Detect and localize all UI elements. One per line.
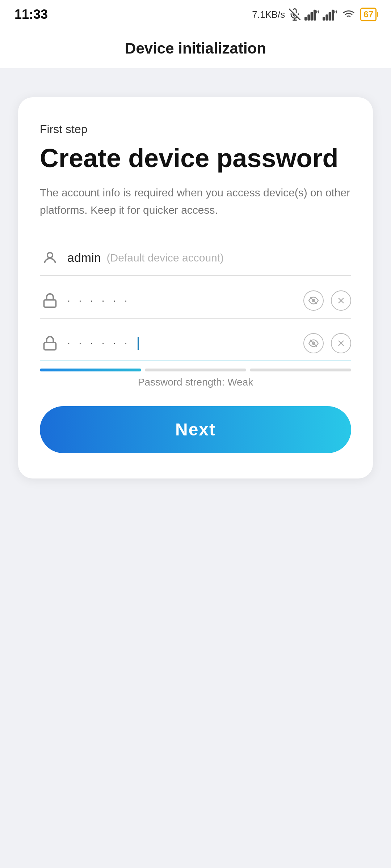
username-value: admin	[67, 251, 101, 265]
confirm-password-toggle-visibility[interactable]	[303, 333, 324, 353]
password-field[interactable]: · · · · · ·	[40, 283, 351, 319]
password-toggle-visibility[interactable]	[303, 290, 324, 311]
svg-rect-6	[314, 10, 316, 21]
text-cursor	[138, 337, 139, 350]
strength-segment-2	[145, 369, 246, 371]
username-placeholder: (Default device account)	[107, 252, 224, 264]
status-bar: 11:33 7.1KB/s HD HD	[0, 0, 391, 29]
lock-icon-1	[40, 290, 60, 311]
svg-rect-11	[332, 10, 334, 21]
status-icons: 7.1KB/s HD HD	[252, 8, 377, 21]
user-icon	[40, 248, 60, 268]
page-title: Device initialization	[14, 40, 377, 57]
strength-container: Password strength: Weak	[40, 369, 351, 388]
svg-point-14	[47, 252, 53, 258]
card-title: Create device password	[40, 143, 351, 173]
strength-segment-1	[40, 369, 141, 371]
strength-label: Password strength: Weak	[40, 376, 351, 388]
confirm-password-field-content: · · · · · ·	[67, 337, 300, 350]
svg-rect-5	[311, 12, 313, 20]
card-description: The account info is required when you ac…	[40, 184, 351, 219]
step-label: First step	[40, 123, 351, 136]
svg-rect-9	[326, 14, 328, 21]
svg-text:HD: HD	[316, 9, 319, 14]
confirm-password-field[interactable]: · · · · · ·	[40, 326, 351, 361]
svg-rect-10	[329, 12, 331, 20]
signal-icon-2: HD	[323, 8, 337, 21]
strength-segment-3	[250, 369, 351, 371]
password-field-actions	[303, 290, 351, 311]
svg-rect-3	[304, 17, 307, 21]
confirm-password-field-actions	[303, 333, 351, 353]
svg-text:HD: HD	[334, 9, 337, 14]
password-dots: · · · · · ·	[67, 295, 130, 306]
content-area: First step Create device password The ac…	[0, 68, 391, 507]
main-card: First step Create device password The ac…	[18, 97, 373, 478]
confirm-password-dots: · · · · · ·	[67, 337, 130, 349]
status-time: 11:33	[14, 7, 48, 22]
password-clear[interactable]	[331, 290, 351, 311]
next-button[interactable]: Next	[40, 406, 351, 453]
signal-icon-1: HD	[304, 8, 319, 21]
page-title-bar: Device initialization	[0, 29, 391, 68]
battery-icon: 67	[360, 8, 377, 21]
confirm-password-clear[interactable]	[331, 333, 351, 353]
svg-rect-8	[323, 17, 325, 21]
speed-indicator: 7.1KB/s	[252, 9, 285, 20]
svg-rect-4	[308, 14, 310, 21]
lock-icon-2	[40, 333, 60, 353]
username-field: admin (Default device account)	[40, 241, 351, 276]
password-field-content: · · · · · ·	[67, 295, 300, 306]
wifi-icon	[341, 8, 357, 21]
mute-icon	[289, 8, 301, 21]
svg-rect-20	[44, 342, 56, 350]
username-field-content: admin (Default device account)	[67, 251, 351, 265]
svg-rect-15	[44, 300, 56, 307]
strength-bar	[40, 369, 351, 371]
